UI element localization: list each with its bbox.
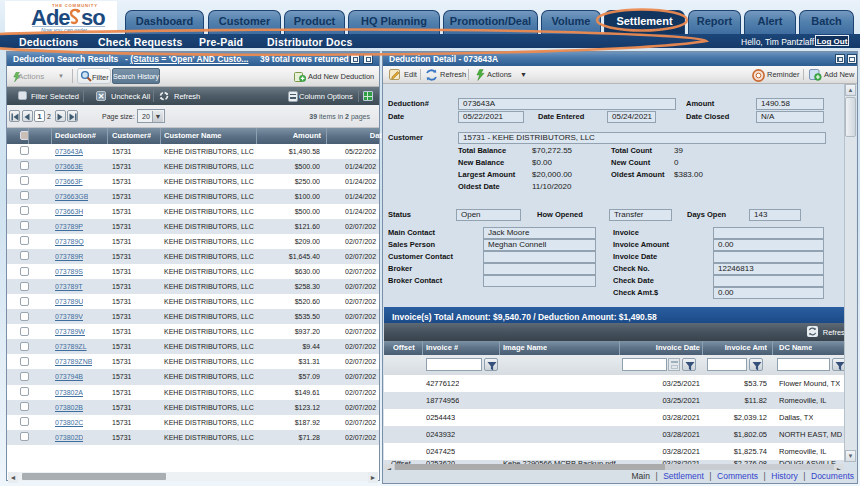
svg-text:Now you can order: Now you can order [41, 27, 88, 33]
